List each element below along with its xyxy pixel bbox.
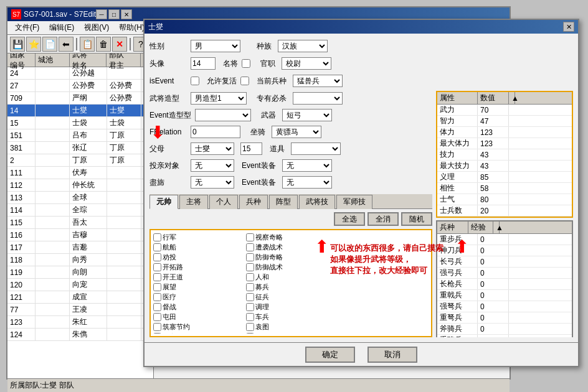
skill-checkbox[interactable] — [153, 263, 161, 271]
table-row[interactable]: 24 公孙越 — [7, 67, 153, 80]
skill-checkbox[interactable] — [246, 323, 254, 331]
table-row[interactable]: 151 吕布 丁原 — [7, 129, 153, 142]
table-row[interactable]: 112 仲长统 — [7, 179, 153, 192]
table-body[interactable]: 24 公孙越 27 公孙费 公孙费 709 严纲 公孙费 14 士燮 士燮 15… — [7, 67, 153, 378]
table-row[interactable]: 121 成宣 — [7, 291, 153, 304]
skill-checkbox[interactable] — [153, 313, 161, 321]
item-select[interactable] — [291, 142, 341, 155]
skill-checkbox[interactable] — [153, 333, 161, 334]
menu-view[interactable]: 视图(V) — [79, 21, 114, 34]
tab-troop[interactable]: 兵种 — [239, 195, 268, 209]
exclusive-select[interactable] — [293, 92, 343, 105]
attr-value[interactable]: 70 — [478, 105, 509, 115]
skill-checkbox[interactable] — [246, 273, 254, 281]
table-row[interactable]: 116 吉穆 — [7, 229, 153, 241]
isEvent-checkbox[interactable] — [191, 77, 199, 85]
skill-checkbox[interactable] — [246, 333, 254, 334]
confirm-button[interactable]: 确定 — [305, 347, 355, 363]
table-row[interactable]: 114 全琮 — [7, 204, 153, 217]
table-row[interactable]: 111 伏寿 — [7, 167, 153, 179]
troop-exp[interactable]: 0 — [478, 245, 509, 256]
troop-exp[interactable]: 0 — [478, 290, 509, 301]
weapon-select[interactable]: 短弓 — [282, 109, 332, 121]
table-row[interactable]: 123 朱红 — [7, 316, 153, 329]
currentTroop-select[interactable]: 猛兽兵 — [293, 75, 343, 87]
frelation-input[interactable] — [191, 126, 240, 138]
troop-exp[interactable]: 0 — [478, 335, 509, 337]
allowCopy-checkbox[interactable] — [240, 77, 249, 85]
table-row[interactable]: 27 公孙费 公孙费 — [7, 80, 153, 92]
skill-checkbox[interactable] — [153, 293, 161, 301]
close-button[interactable]: ✕ — [121, 9, 132, 19]
attr-value[interactable]: 58 — [478, 183, 509, 194]
toolbar-star[interactable]: ⭐ — [26, 37, 41, 52]
table-row[interactable]: 118 向秀 — [7, 254, 153, 266]
parent-num-input[interactable] — [240, 142, 262, 155]
skill-checkbox[interactable] — [153, 303, 161, 311]
toolbar-save[interactable]: 💾 — [10, 37, 25, 52]
table-row[interactable]: 14 士燮 士燮 — [7, 105, 153, 117]
minimize-button[interactable]: ─ — [96, 9, 107, 19]
tab-general-skill[interactable]: 武将技 — [299, 195, 335, 209]
parent-select[interactable]: 士燮 — [191, 142, 234, 155]
tab-advisor-skill[interactable]: 军师技 — [336, 195, 372, 209]
table-row[interactable]: 709 严纲 公孙费 — [7, 92, 153, 105]
race-select[interactable]: 汉族 — [278, 40, 328, 52]
skill-checkbox[interactable] — [153, 283, 161, 291]
table-row[interactable]: 124 朱儁 — [7, 329, 153, 341]
rank-select[interactable]: 校尉 — [282, 57, 331, 70]
toolbar-close[interactable]: ✕ — [112, 37, 127, 52]
menu-file[interactable]: 文件(F) — [10, 21, 44, 34]
skill-checkbox[interactable] — [246, 293, 254, 301]
table-row[interactable]: 113 全球 — [7, 192, 153, 204]
skill-checkbox[interactable] — [153, 253, 161, 261]
skill-checkbox[interactable] — [153, 323, 161, 331]
random-button[interactable]: 随机 — [401, 212, 432, 226]
toolbar-delete[interactable]: 🗑 — [96, 37, 111, 52]
troop-exp[interactable]: 0 — [478, 268, 509, 278]
mount-select[interactable]: 黄骠马 — [272, 126, 321, 138]
attr-value[interactable]: 123 — [478, 138, 509, 149]
gender-select[interactable]: 男 — [191, 40, 240, 52]
skill-checkbox[interactable] — [246, 243, 254, 251]
troop-exp[interactable]: 0 — [478, 256, 509, 267]
general-checkbox[interactable] — [242, 59, 250, 68]
generalType-select[interactable]: 男造型1 — [191, 92, 247, 105]
toolbar-back[interactable]: ⬅ — [59, 37, 74, 52]
troop-exp[interactable]: 0 — [478, 234, 509, 245]
table-row[interactable]: 115 吾太 — [7, 217, 153, 229]
skill-checkbox[interactable] — [246, 313, 254, 321]
menu-edit[interactable]: 编辑(E) — [44, 21, 79, 34]
skill-checkbox[interactable] — [246, 253, 254, 261]
attr-value[interactable]: 43 — [478, 149, 509, 160]
table-row[interactable]: 77 王凌 — [7, 304, 153, 316]
attr-value[interactable]: 47 — [478, 116, 509, 126]
maximize-button[interactable]: □ — [108, 9, 120, 19]
skill-checkbox[interactable] — [153, 233, 161, 241]
skill-checkbox[interactable] — [153, 243, 161, 251]
attr-value[interactable]: 80 — [478, 194, 509, 205]
attr-value[interactable]: 20 — [478, 205, 509, 216]
table-row[interactable]: 117 吉邈 — [7, 241, 153, 254]
clear-all-button[interactable]: 全消 — [368, 212, 399, 226]
troop-exp[interactable]: 0 — [478, 324, 509, 334]
vote-select[interactable]: 无 — [191, 159, 234, 172]
table-row[interactable]: 2 丁原 丁原 — [7, 154, 153, 167]
cancel-button[interactable]: 取消 — [368, 347, 417, 363]
tab-marshal[interactable]: 元帅 — [149, 195, 178, 209]
skill-checkbox[interactable] — [153, 273, 161, 281]
event-equip-select[interactable]: 无 — [282, 159, 332, 172]
table-row[interactable]: 120 向宠 — [7, 279, 153, 291]
table-row[interactable]: 15 士袋 士袋 — [7, 117, 153, 129]
attr-value[interactable]: 85 — [478, 172, 509, 182]
attr-value[interactable]: 123 — [478, 127, 509, 138]
skill-checkbox[interactable] — [246, 303, 254, 311]
eventType-select[interactable] — [195, 109, 251, 121]
tab-formation[interactable]: 阵型 — [269, 195, 298, 209]
toolbar-copy[interactable]: 📋 — [80, 37, 95, 52]
table-row[interactable]: 119 向朗 — [7, 266, 153, 279]
tab-general[interactable]: 主将 — [179, 195, 208, 209]
loyalty-select[interactable]: 无 — [191, 176, 234, 189]
portrait-input[interactable] — [191, 57, 216, 70]
skill-checkbox[interactable] — [246, 233, 254, 241]
